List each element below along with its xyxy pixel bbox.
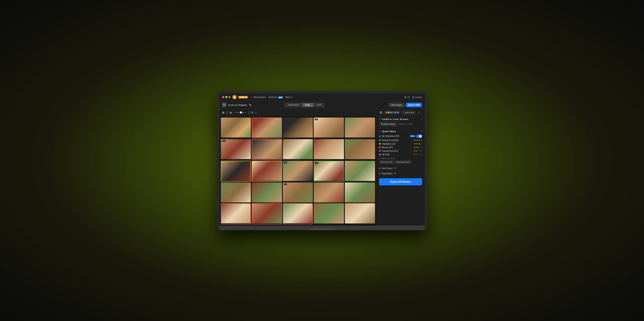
edit-project-icon[interactable]: ✏️ [249,104,252,106]
filter-my-selections[interactable]: My Selections (05) NEW [379,134,422,139]
filter-stars: ★★★★★ [414,139,422,141]
table-row[interactable]: canon_101A_25128845...○★★ [283,203,313,224]
detail-view-icon[interactable]: ▣ [230,111,232,114]
table-row[interactable]: canon_101A_25128845...○★★★ [252,118,282,138]
filter-icon[interactable]: ⊻ [417,111,419,114]
tab-organize[interactable]: ORGANIZE [285,103,302,107]
table-row[interactable]: canon_101A_25128845...○★★ [314,182,344,202]
laptop-screen: S SELECTS ⌂ Marketplace Referral NEW Mor… [220,94,425,226]
warning-chip[interactable]: Warning (233) [379,160,394,164]
approx-time: (Appros 1 mins) [399,123,412,125]
sort-icon[interactable]: ↕ [421,111,422,114]
home-icon[interactable]: ⌂ [250,96,251,99]
culled-section: ▼ Culled in 1 min, 34 secs ℹ Restart Cul… [376,116,425,128]
section-header: ▼ Culled in 1 min, 34 secs ℹ [379,118,422,120]
export-main-button[interactable]: Export 4245 [406,103,422,107]
gray-dot[interactable] [397,112,399,113]
key-faces-label: Key Faces [382,167,393,169]
title-bar: S SELECTS ⌂ Marketplace Referral NEW Mor… [220,94,425,101]
layers-icon[interactable]: ◫ [248,111,250,114]
stack-icon[interactable]: ◧ [251,111,254,114]
yellow-dot[interactable] [388,112,390,113]
duplicates-label: Duplicates [382,172,392,175]
purple-dot[interactable] [395,112,396,113]
filter-all[interactable]: All (230) ★★★★★ [379,153,422,156]
badge-count: +3 [284,183,287,185]
filter-stars: ★★★★★ [414,146,422,148]
table-row[interactable]: canon_101A_25128845...○★★★★ [314,139,344,160]
grid-icon[interactable]: ⊟ [255,111,257,114]
table-row[interactable]: canon_101A_25128845...○★★★★ [252,161,282,182]
table-row[interactable]: canon_101A_25128845...○★★★ [221,182,251,202]
title-right: ⚡ 32 👤 Jocelyn [404,96,422,98]
table-row[interactable]: canon_101A_25128845...○★★★★ [221,161,251,182]
color-filter[interactable] [384,111,400,114]
table-row[interactable]: canon_101A_25128845...○★★ [252,203,282,224]
table-row[interactable]: +3 canon_101A_25128845...○★★★ [283,182,313,202]
table-row[interactable]: canon_101A_25128945...○★★★★★ [345,118,375,138]
table-row[interactable]: canon_101A_25128845...○★★★★ [221,118,251,138]
info-icon: ℹ [421,130,422,132]
filter-label: All (230) [382,153,412,156]
filter-label: Highlights (12) [382,143,412,145]
table-row[interactable]: +2 canon_101A_25128845...○★★★★ [314,161,344,182]
green-dot [379,139,381,141]
table-row[interactable]: canon_101A_25128845...○★★★★★ [283,139,313,160]
nav-marketplace[interactable]: Marketplace [254,96,266,98]
duplicates-chip[interactable]: Duplicates (200) [394,160,412,164]
table-row[interactable]: canon_101A_25128945...○★ [345,203,375,224]
table-row[interactable]: canon_101A_25128945...○★★★★★ [345,139,375,160]
grid-view-icon[interactable]: ⊞ [222,111,224,114]
filter-closed-eyes[interactable]: Closed Eyes (67) ★★★★★ [379,149,422,153]
main-content: canon_101A_25128845...○★★★★ canon_101A_2… [220,116,425,226]
toolbar: ⊞ ☰ ▣ ◫ ◧ ⊟ 📷 [220,109,425,116]
blue-dot[interactable] [392,112,394,113]
red-dot [379,147,381,148]
duplicates-row[interactable]: ▶ Duplicates (0) [376,171,425,176]
filter-stars: ★★★★★ [414,153,422,156]
zoom-slider[interactable] [234,112,246,113]
secondary-bar: 📷 Evan & Virginia ✏️ ORGANIZE CULL EDIT … [220,101,425,109]
close-button[interactable] [222,96,224,98]
filter-label: My Selections (05) [382,135,409,137]
table-row[interactable]: +9 canon_101A_25128845...○★★★★★ [314,118,344,138]
restart-culling-button[interactable]: Restart Culling [379,122,398,127]
table-row[interactable]: canon_101A_25128945...○★★★ [252,139,282,160]
filter-selected[interactable]: Selected (12/230) ★★★★★ [379,139,422,142]
table-row[interactable]: canon_101A_25128945...○★★ [345,182,375,202]
key-faces-row[interactable]: ▶ Key Faces (0) [376,166,425,171]
app-logo: S [232,95,236,99]
tab-group: ORGANIZE CULL EDIT [284,103,325,107]
table-row[interactable]: canon_101A_25128485...○★★★ [283,118,313,138]
nav-referral[interactable]: Referral NEW [269,96,283,98]
green-dot[interactable] [390,112,392,113]
star-filter[interactable]: ≡ ★★★★★ [402,111,416,114]
red-dot[interactable] [386,112,387,113]
purple-dot [379,150,381,152]
fullscreen-button[interactable] [228,96,230,98]
layer-icons: ◫ ◧ ⊟ [248,111,257,114]
badge-count: +6 [284,162,287,164]
badge-count: +2 [315,162,318,164]
table-row[interactable]: canon_101A_25128845...○★★ [221,203,251,224]
tab-cull[interactable]: CULL [302,103,314,107]
action-buttons: Add Images Export 4245 [389,103,422,107]
tab-edit[interactable]: EDIT [314,103,325,107]
table-row[interactable]: canon_101A_25128945...○★★★ [345,161,375,182]
view-icons: ⊞ ☰ ▣ [222,111,232,114]
filter-highlights[interactable]: Highlights (12) ★★★★★ [379,142,422,146]
table-row[interactable]: +6 canon_101A_25128845...○★★★ [283,161,313,182]
table-row[interactable]: +11 canon_101A_25128845...○★★★★ [221,139,251,160]
project-icon: 📷 [222,103,226,107]
export-photos-button[interactable]: Export 80 Photos [379,178,422,185]
table-row[interactable]: canon_101A_25128845...○★★★★ [252,182,282,202]
nav-more[interactable]: More ▾ [285,96,292,99]
add-images-button[interactable]: Add Images [389,103,404,107]
laptop-base [220,226,425,230]
minimize-button[interactable] [225,96,227,98]
toggle-my-selections[interactable] [416,135,422,138]
filter-blurred[interactable]: Blurred (87) ★★★★★ [379,146,422,149]
chevron-right-icon: ▶ [379,167,381,169]
list-view-icon[interactable]: ☰ [226,111,228,114]
table-row[interactable]: canon_101A_25128845...○★ [314,203,344,224]
